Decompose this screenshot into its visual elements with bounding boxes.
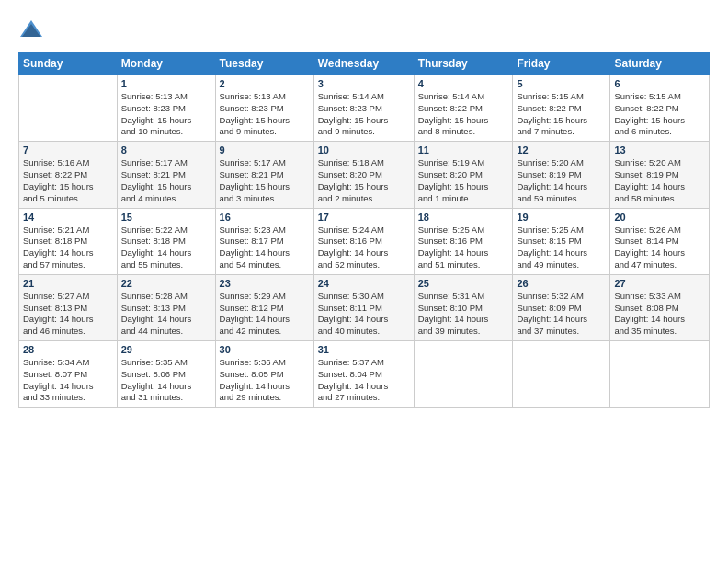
calendar-cell: 9Sunrise: 5:17 AM Sunset: 8:21 PM Daylig… bbox=[215, 142, 313, 208]
weekday-header: Friday bbox=[513, 52, 610, 75]
calendar-cell: 21Sunrise: 5:27 AM Sunset: 8:13 PM Dayli… bbox=[19, 274, 118, 340]
day-number: 12 bbox=[517, 144, 606, 155]
logo-icon bbox=[18, 17, 44, 42]
day-info: Sunrise: 5:24 AM Sunset: 8:16 PM Dayligh… bbox=[318, 224, 410, 271]
day-number: 22 bbox=[121, 278, 211, 289]
day-info: Sunrise: 5:17 AM Sunset: 8:21 PM Dayligh… bbox=[220, 157, 310, 204]
day-info: Sunrise: 5:14 AM Sunset: 8:22 PM Dayligh… bbox=[418, 91, 509, 138]
day-info: Sunrise: 5:18 AM Sunset: 8:20 PM Dayligh… bbox=[318, 157, 410, 204]
day-info: Sunrise: 5:13 AM Sunset: 8:23 PM Dayligh… bbox=[220, 91, 310, 138]
calendar-cell: 20Sunrise: 5:26 AM Sunset: 8:14 PM Dayli… bbox=[610, 208, 710, 274]
day-info: Sunrise: 5:17 AM Sunset: 8:21 PM Dayligh… bbox=[121, 157, 211, 204]
weekday-header: Tuesday bbox=[215, 52, 313, 75]
header bbox=[18, 17, 710, 42]
day-number: 30 bbox=[220, 344, 310, 355]
day-number: 7 bbox=[23, 144, 113, 155]
calendar-cell: 30Sunrise: 5:36 AM Sunset: 8:05 PM Dayli… bbox=[215, 341, 313, 408]
calendar-cell: 7Sunrise: 5:16 AM Sunset: 8:22 PM Daylig… bbox=[19, 142, 118, 208]
calendar-cell: 16Sunrise: 5:23 AM Sunset: 8:17 PM Dayli… bbox=[215, 208, 313, 274]
calendar-cell: 11Sunrise: 5:19 AM Sunset: 8:20 PM Dayli… bbox=[414, 142, 513, 208]
day-info: Sunrise: 5:14 AM Sunset: 8:23 PM Dayligh… bbox=[318, 91, 410, 138]
day-number: 14 bbox=[23, 212, 113, 223]
day-number: 11 bbox=[418, 144, 509, 155]
calendar-cell: 5Sunrise: 5:15 AM Sunset: 8:22 PM Daylig… bbox=[513, 75, 610, 142]
day-number: 26 bbox=[517, 278, 606, 289]
calendar-week-row: 1Sunrise: 5:13 AM Sunset: 8:23 PM Daylig… bbox=[19, 75, 710, 142]
day-number: 5 bbox=[517, 78, 606, 89]
calendar-cell: 14Sunrise: 5:21 AM Sunset: 8:18 PM Dayli… bbox=[19, 208, 118, 274]
calendar-cell bbox=[414, 341, 513, 408]
day-info: Sunrise: 5:34 AM Sunset: 8:07 PM Dayligh… bbox=[23, 357, 113, 404]
day-info: Sunrise: 5:22 AM Sunset: 8:18 PM Dayligh… bbox=[121, 224, 211, 271]
day-number: 28 bbox=[23, 344, 113, 355]
day-info: Sunrise: 5:16 AM Sunset: 8:22 PM Dayligh… bbox=[23, 157, 113, 204]
day-info: Sunrise: 5:15 AM Sunset: 8:22 PM Dayligh… bbox=[517, 91, 606, 138]
day-number: 8 bbox=[121, 144, 211, 155]
day-number: 23 bbox=[220, 278, 310, 289]
day-info: Sunrise: 5:32 AM Sunset: 8:09 PM Dayligh… bbox=[517, 291, 606, 338]
day-number: 21 bbox=[23, 278, 113, 289]
day-info: Sunrise: 5:37 AM Sunset: 8:04 PM Dayligh… bbox=[318, 357, 410, 404]
calendar-cell: 28Sunrise: 5:34 AM Sunset: 8:07 PM Dayli… bbox=[19, 341, 118, 408]
calendar-cell: 10Sunrise: 5:18 AM Sunset: 8:20 PM Dayli… bbox=[313, 142, 414, 208]
weekday-header: Sunday bbox=[19, 52, 118, 75]
calendar-cell: 6Sunrise: 5:15 AM Sunset: 8:22 PM Daylig… bbox=[610, 75, 710, 142]
weekday-header: Thursday bbox=[414, 52, 513, 75]
calendar-cell: 25Sunrise: 5:31 AM Sunset: 8:10 PM Dayli… bbox=[414, 274, 513, 340]
calendar-cell: 31Sunrise: 5:37 AM Sunset: 8:04 PM Dayli… bbox=[313, 341, 414, 408]
calendar-week-row: 14Sunrise: 5:21 AM Sunset: 8:18 PM Dayli… bbox=[19, 208, 710, 274]
day-info: Sunrise: 5:36 AM Sunset: 8:05 PM Dayligh… bbox=[220, 357, 310, 404]
calendar-cell: 22Sunrise: 5:28 AM Sunset: 8:13 PM Dayli… bbox=[117, 274, 215, 340]
day-number: 2 bbox=[220, 78, 310, 89]
calendar-cell: 24Sunrise: 5:30 AM Sunset: 8:11 PM Dayli… bbox=[313, 274, 414, 340]
calendar-cell: 23Sunrise: 5:29 AM Sunset: 8:12 PM Dayli… bbox=[215, 274, 313, 340]
calendar-cell: 26Sunrise: 5:32 AM Sunset: 8:09 PM Dayli… bbox=[513, 274, 610, 340]
calendar-cell: 1Sunrise: 5:13 AM Sunset: 8:23 PM Daylig… bbox=[117, 75, 215, 142]
calendar-table: SundayMondayTuesdayWednesdayThursdayFrid… bbox=[18, 52, 710, 408]
weekday-header: Monday bbox=[117, 52, 215, 75]
day-number: 18 bbox=[418, 212, 509, 223]
weekday-header-row: SundayMondayTuesdayWednesdayThursdayFrid… bbox=[19, 52, 710, 75]
day-number: 24 bbox=[318, 278, 410, 289]
day-info: Sunrise: 5:25 AM Sunset: 8:16 PM Dayligh… bbox=[418, 224, 509, 271]
day-info: Sunrise: 5:20 AM Sunset: 8:19 PM Dayligh… bbox=[614, 157, 705, 204]
day-number: 9 bbox=[220, 144, 310, 155]
calendar-cell: 18Sunrise: 5:25 AM Sunset: 8:16 PM Dayli… bbox=[414, 208, 513, 274]
day-info: Sunrise: 5:19 AM Sunset: 8:20 PM Dayligh… bbox=[418, 157, 509, 204]
calendar-cell: 17Sunrise: 5:24 AM Sunset: 8:16 PM Dayli… bbox=[313, 208, 414, 274]
calendar-cell: 3Sunrise: 5:14 AM Sunset: 8:23 PM Daylig… bbox=[313, 75, 414, 142]
day-number: 13 bbox=[614, 144, 705, 155]
logo bbox=[18, 17, 48, 42]
day-info: Sunrise: 5:15 AM Sunset: 8:22 PM Dayligh… bbox=[614, 91, 705, 138]
day-number: 27 bbox=[614, 278, 705, 289]
calendar-cell: 2Sunrise: 5:13 AM Sunset: 8:23 PM Daylig… bbox=[215, 75, 313, 142]
calendar-cell: 19Sunrise: 5:25 AM Sunset: 8:15 PM Dayli… bbox=[513, 208, 610, 274]
day-number: 31 bbox=[318, 344, 410, 355]
day-number: 19 bbox=[517, 212, 606, 223]
calendar-cell bbox=[19, 75, 118, 142]
day-number: 15 bbox=[121, 212, 211, 223]
day-info: Sunrise: 5:26 AM Sunset: 8:14 PM Dayligh… bbox=[614, 224, 705, 271]
calendar-week-row: 7Sunrise: 5:16 AM Sunset: 8:22 PM Daylig… bbox=[19, 142, 710, 208]
calendar-cell bbox=[610, 341, 710, 408]
day-number: 16 bbox=[220, 212, 310, 223]
day-info: Sunrise: 5:25 AM Sunset: 8:15 PM Dayligh… bbox=[517, 224, 606, 271]
day-info: Sunrise: 5:31 AM Sunset: 8:10 PM Dayligh… bbox=[418, 291, 509, 338]
calendar-cell: 12Sunrise: 5:20 AM Sunset: 8:19 PM Dayli… bbox=[513, 142, 610, 208]
day-info: Sunrise: 5:28 AM Sunset: 8:13 PM Dayligh… bbox=[121, 291, 211, 338]
day-info: Sunrise: 5:30 AM Sunset: 8:11 PM Dayligh… bbox=[318, 291, 410, 338]
day-number: 4 bbox=[418, 78, 509, 89]
weekday-header: Wednesday bbox=[313, 52, 414, 75]
day-info: Sunrise: 5:29 AM Sunset: 8:12 PM Dayligh… bbox=[220, 291, 310, 338]
weekday-header: Saturday bbox=[610, 52, 710, 75]
day-number: 3 bbox=[318, 78, 410, 89]
day-number: 6 bbox=[614, 78, 705, 89]
day-number: 29 bbox=[121, 344, 211, 355]
day-info: Sunrise: 5:33 AM Sunset: 8:08 PM Dayligh… bbox=[614, 291, 705, 338]
calendar-cell bbox=[513, 341, 610, 408]
calendar-cell: 27Sunrise: 5:33 AM Sunset: 8:08 PM Dayli… bbox=[610, 274, 710, 340]
day-info: Sunrise: 5:13 AM Sunset: 8:23 PM Dayligh… bbox=[121, 91, 211, 138]
day-number: 20 bbox=[614, 212, 705, 223]
calendar-week-row: 28Sunrise: 5:34 AM Sunset: 8:07 PM Dayli… bbox=[19, 341, 710, 408]
calendar-cell: 13Sunrise: 5:20 AM Sunset: 8:19 PM Dayli… bbox=[610, 142, 710, 208]
